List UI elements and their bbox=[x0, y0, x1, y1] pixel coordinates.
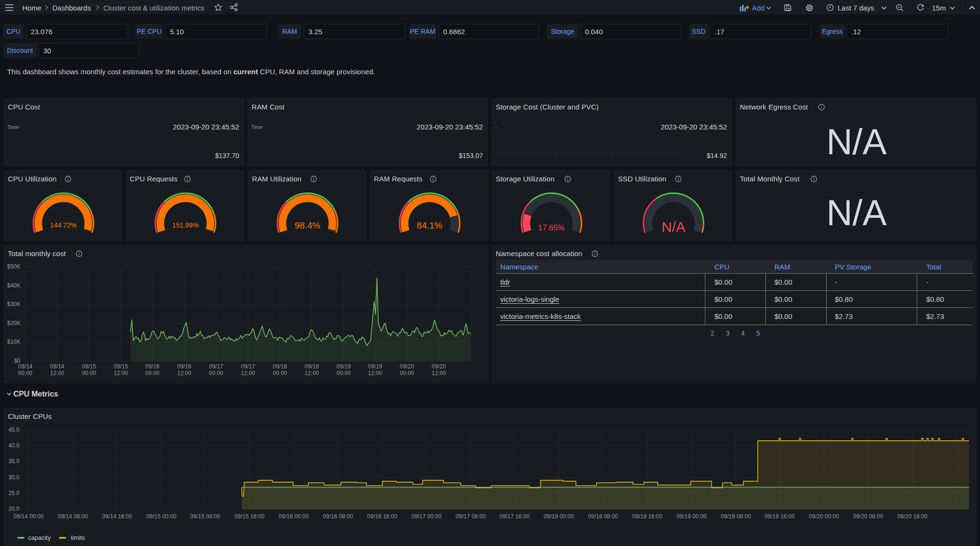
svg-text:144.72%: 144.72% bbox=[50, 221, 76, 229]
svg-text:N/A: N/A bbox=[662, 219, 685, 235]
svg-text:151.99%: 151.99% bbox=[172, 221, 198, 229]
svg-text:17.65%: 17.65% bbox=[538, 223, 565, 232]
svg-text:84.1%: 84.1% bbox=[417, 220, 443, 230]
svg-text:98.4%: 98.4% bbox=[295, 220, 320, 230]
